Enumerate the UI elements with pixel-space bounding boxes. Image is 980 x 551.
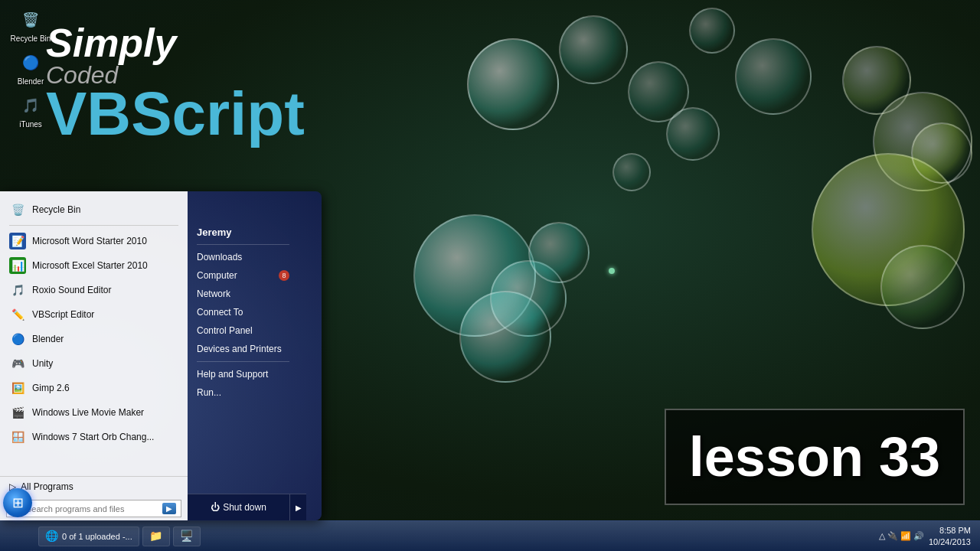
- shutdown-button[interactable]: ⏻ Shut down: [188, 499, 289, 516]
- user-name-display: Jeremy: [188, 220, 299, 241]
- menu-item-label: Roxio Sound Editor: [32, 285, 111, 295]
- desktop-icons: 🗑️ Recycle Bin 🔵 Blender 🎵 iTunes: [8, 8, 54, 129]
- right-item-label: Devices and Printers: [197, 344, 282, 354]
- shutdown-label: Shut down: [223, 502, 266, 513]
- sparkle-1: [609, 268, 615, 274]
- shutdown-arrow-button[interactable]: ▶: [289, 494, 306, 520]
- menu-item-label: Blender: [32, 334, 64, 344]
- taskbar-item-network[interactable]: 🖥️: [173, 527, 201, 546]
- network-icon: 🖥️: [180, 530, 194, 543]
- right-item-controlpanel[interactable]: Control Panel: [188, 321, 299, 340]
- right-item-label: Help and Support: [197, 369, 268, 380]
- desktop-icon-label: Blender: [18, 77, 44, 86]
- bubble-10: [528, 222, 590, 283]
- tray-icons: △ 🔌 📶 🔊: [879, 531, 924, 541]
- shutdown-bar: ⏻ Shut down ▶: [188, 494, 306, 520]
- start-orb-button[interactable]: [3, 488, 32, 517]
- menu-item-roxio[interactable]: 🎵 Roxio Sound Editor: [0, 278, 188, 302]
- bubble-2: [559, 15, 628, 84]
- search-button[interactable]: ▶: [162, 503, 176, 514]
- right-item-label: Network: [197, 289, 230, 299]
- lesson-text: lesson 33: [689, 426, 940, 487]
- menu-item-label: Microsoft Excel Starter 2010: [32, 260, 148, 271]
- clock-date: 10/24/2013: [929, 536, 971, 547]
- bubble-6: [666, 107, 720, 161]
- system-tray: △ 🔌 📶 🔊 8:58 PM 10/24/2013: [879, 525, 977, 547]
- menu-item-recyclebin[interactable]: 🗑️ Recycle Bin: [0, 197, 188, 222]
- menu-item-label: Windows Live Movie Maker: [32, 407, 144, 418]
- right-item-run[interactable]: Run...: [188, 383, 299, 402]
- menu-item-label: Windows 7 Start Orb Chang...: [32, 432, 154, 442]
- bubble-5: [735, 38, 812, 115]
- taskbar: 🌐 0 of 1 uploaded -... 📁 🖥️ △ 🔌 📶 🔊 8:58…: [0, 520, 980, 551]
- bubble-11: [459, 291, 551, 383]
- menu-item-blender[interactable]: 🔵 Blender: [0, 327, 188, 351]
- taskbar-item-firefox[interactable]: 🌐 0 of 1 uploaded -...: [38, 527, 139, 546]
- bubble-16: [880, 245, 965, 329]
- right-item-help[interactable]: Help and Support: [188, 365, 299, 383]
- right-item-label: Connect To: [197, 307, 243, 318]
- clock-time: 8:58 PM: [939, 525, 971, 536]
- right-item-connect[interactable]: Connect To: [188, 303, 299, 321]
- search-bar[interactable]: 🔍 ▶: [6, 500, 181, 517]
- search-input[interactable]: [26, 504, 159, 514]
- shutdown-icon: ⏻: [211, 502, 220, 513]
- menu-items-list: 🗑️ Recycle Bin 📝 Microsoft Word Starter …: [0, 191, 188, 476]
- right-item-network[interactable]: Network: [188, 285, 299, 303]
- lesson-badge: lesson 33: [665, 409, 965, 505]
- menu-separator: [9, 225, 178, 226]
- right-item-label: Computer: [197, 270, 237, 281]
- bubble-1: [467, 38, 559, 130]
- menu-item-label: Recycle Bin: [32, 204, 80, 215]
- menu-item-label: VBScript Editor: [32, 309, 94, 320]
- desktop-icon-itunes[interactable]: 🎵 iTunes: [8, 93, 54, 129]
- right-item-computer[interactable]: Computer 8: [188, 266, 299, 285]
- system-clock[interactable]: 8:58 PM 10/24/2013: [929, 525, 971, 547]
- start-menu-left: 🗑️ Recycle Bin 📝 Microsoft Word Starter …: [0, 191, 188, 520]
- computer-badge: 8: [279, 270, 289, 281]
- explorer-icon: 📁: [149, 530, 163, 543]
- right-panel-separator: [197, 244, 289, 245]
- right-item-label: Control Panel: [197, 325, 253, 336]
- menu-item-label: Unity: [32, 358, 53, 369]
- menu-item-label: Microsoft Word Starter 2010: [32, 236, 147, 246]
- menu-item-vbscript[interactable]: ✏️ VBScript Editor: [0, 302, 188, 327]
- menu-item-moviemaker[interactable]: 🎬 Windows Live Movie Maker: [0, 400, 188, 425]
- bubble-15: [911, 122, 972, 184]
- desktop-icon-recyclebin[interactable]: 🗑️ Recycle Bin: [8, 8, 54, 43]
- firefox-icon: 🌐: [45, 530, 59, 543]
- menu-item-label: Gimp 2.6: [32, 383, 70, 393]
- right-panel-separator-2: [197, 361, 289, 362]
- menu-item-excel[interactable]: 📊 Microsoft Excel Starter 2010: [0, 253, 188, 278]
- right-item-devices[interactable]: Devices and Printers: [188, 340, 299, 358]
- right-item-label: Run...: [197, 387, 221, 398]
- taskbar-item-explorer[interactable]: 📁: [142, 527, 170, 546]
- desktop-icon-blender[interactable]: 🔵 Blender: [8, 51, 54, 86]
- menu-item-unity[interactable]: 🎮 Unity: [0, 351, 188, 376]
- start-menu-right: Jeremy Downloads Computer 8 Network Conn…: [188, 214, 299, 494]
- menu-item-gimp[interactable]: 🖼️ Gimp 2.6: [0, 376, 188, 400]
- taskbar-item-label: 0 of 1 uploaded -...: [62, 532, 132, 541]
- all-programs-label: All Programs: [21, 481, 74, 492]
- menu-item-orbchanger[interactable]: 🪟 Windows 7 Start Orb Chang...: [0, 425, 188, 449]
- desktop-icon-label: iTunes: [19, 120, 42, 129]
- right-item-downloads[interactable]: Downloads: [188, 248, 299, 266]
- right-item-label: Downloads: [197, 252, 242, 262]
- bubble-4: [689, 8, 735, 54]
- desktop-icon-label: Recycle Bin: [11, 34, 51, 43]
- menu-item-word[interactable]: 📝 Microsoft Word Starter 2010: [0, 229, 188, 253]
- bubble-7: [612, 153, 651, 191]
